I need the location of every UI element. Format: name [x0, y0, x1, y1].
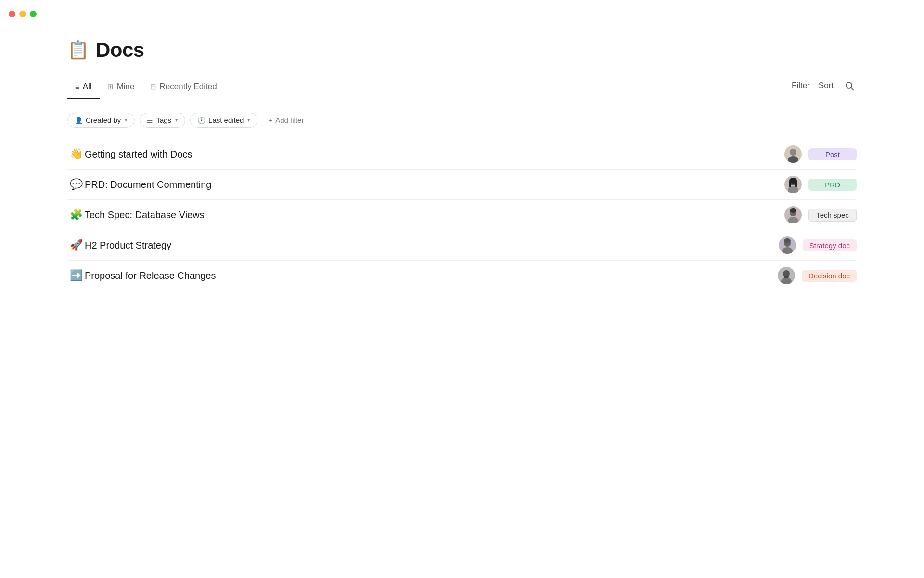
avatar-tech-spec: [784, 206, 802, 223]
tag-strategy: Strategy doc: [803, 239, 857, 251]
doc-right-getting-started: Post: [784, 145, 857, 163]
page-header: 📋 Docs: [67, 39, 857, 62]
doc-title-proposal: Proposal for Release Changes: [85, 270, 778, 281]
doc-right-proposal: Decision doc: [778, 267, 857, 284]
doc-row-tech-spec[interactable]: 🧩 Tech Spec: Database Views Tech spec: [67, 200, 857, 230]
avatar-strategy: [779, 236, 796, 254]
svg-rect-10: [795, 181, 797, 187]
sort-label: Sort: [819, 81, 834, 91]
tab-all-label: All: [83, 82, 92, 92]
doc-emoji-tech-spec: 🧩: [67, 209, 85, 221]
list-icon: ≡: [75, 83, 79, 91]
avatar-svg-4: [778, 267, 795, 284]
doc-emoji-proposal: ➡️: [67, 269, 85, 282]
filter-bar: 👤 Created by ▾ ☰ Tags ▾ 🕐 Last edited ▾ …: [67, 113, 857, 128]
avatar-prd: [784, 176, 802, 193]
close-button[interactable]: [9, 11, 15, 17]
add-filter-button[interactable]: + Add filter: [262, 113, 309, 127]
filter-label: Filter: [792, 81, 810, 91]
doc-emoji-getting-started: 👋: [67, 148, 85, 160]
created-by-chevron: ▾: [125, 117, 128, 123]
tabs-right: Filter Sort: [792, 79, 857, 98]
search-icon: [845, 81, 854, 91]
svg-point-3: [790, 149, 796, 156]
doc-title-prd: PRD: Document Commenting: [85, 179, 784, 190]
tabs-bar: ≡ All ⊞ Mine ⊟ Recently Edited Filter So…: [67, 77, 857, 99]
traffic-lights: [0, 0, 45, 28]
last-edited-label: Last edited: [208, 116, 244, 124]
main-content: 📋 Docs ≡ All ⊞ Mine ⊟ Recently Edited Fi…: [0, 0, 924, 310]
avatar-svg-3: [779, 236, 796, 254]
page-title: Docs: [96, 39, 144, 62]
sort-action[interactable]: Sort: [819, 81, 834, 91]
doc-row-h2-strategy[interactable]: 🚀 H2 Product Strategy Strategy doc: [67, 230, 857, 261]
tag-getting-started: Post: [808, 148, 857, 160]
last-edited-chevron: ▾: [247, 117, 250, 123]
minimize-button[interactable]: [19, 11, 26, 17]
svg-rect-9: [789, 181, 791, 187]
tab-mine-label: Mine: [117, 82, 135, 92]
svg-point-14: [790, 208, 796, 213]
tag-decision: Decision doc: [802, 270, 857, 282]
avatar-proposal: [778, 267, 795, 284]
tag-prd: PRD: [808, 179, 857, 191]
search-button[interactable]: [842, 79, 857, 93]
doc-right-strategy: Strategy doc: [779, 236, 857, 254]
tab-recently-edited[interactable]: ⊟ Recently Edited: [142, 77, 225, 99]
last-edited-filter[interactable]: 🕐 Last edited ▾: [190, 113, 257, 128]
svg-point-18: [784, 238, 791, 243]
filter-action[interactable]: Filter: [792, 81, 810, 91]
doc-title-getting-started: Getting started with Docs: [85, 149, 784, 160]
tag-tech-spec: Tech spec: [808, 209, 857, 222]
created-by-filter[interactable]: 👤 Created by ▾: [67, 113, 135, 128]
tab-all[interactable]: ≡ All: [67, 77, 100, 99]
add-filter-label: Add filter: [275, 116, 304, 124]
doc-emoji-prd: 💬: [67, 178, 85, 191]
grid-icon: ⊞: [107, 82, 114, 91]
avatar-svg-0: [784, 145, 802, 163]
maximize-button[interactable]: [30, 11, 37, 17]
svg-line-1: [851, 87, 854, 90]
last-edited-icon: 🕐: [197, 117, 205, 124]
tabs-left: ≡ All ⊞ Mine ⊟ Recently Edited: [67, 77, 792, 99]
doc-row-getting-started[interactable]: 👋 Getting started with Docs Post: [67, 139, 857, 170]
docs-page-icon: 📋: [67, 40, 89, 60]
tags-label: Tags: [156, 116, 171, 124]
doc-row-prd-commenting[interactable]: 💬 PRD: Document Commenting PRD: [67, 170, 857, 200]
svg-point-22: [784, 276, 789, 278]
tags-chevron: ▾: [175, 117, 178, 123]
tab-recently-edited-label: Recently Edited: [160, 82, 217, 92]
avatar-getting-started: [784, 145, 802, 163]
created-by-label: Created by: [86, 116, 121, 124]
doc-right-tech-spec: Tech spec: [784, 206, 857, 223]
avatar-svg-2: [784, 206, 802, 223]
add-filter-plus-icon: +: [268, 116, 272, 124]
tags-icon: ☰: [147, 117, 153, 124]
doc-row-proposal[interactable]: ➡️ Proposal for Release Changes Decision…: [67, 261, 857, 290]
tab-mine[interactable]: ⊞ Mine: [100, 77, 142, 99]
recently-edited-icon: ⊟: [150, 82, 156, 91]
tags-filter[interactable]: ☰ Tags ▾: [140, 113, 185, 128]
avatar-svg-1: [784, 176, 802, 193]
created-by-icon: 👤: [75, 117, 83, 124]
doc-list: 👋 Getting started with Docs Post 💬 PRD: …: [67, 139, 857, 290]
doc-right-prd: PRD: [784, 176, 857, 193]
doc-emoji-strategy: 🚀: [67, 239, 85, 251]
doc-title-tech-spec: Tech Spec: Database Views: [85, 210, 784, 221]
doc-title-strategy: H2 Product Strategy: [85, 240, 779, 251]
